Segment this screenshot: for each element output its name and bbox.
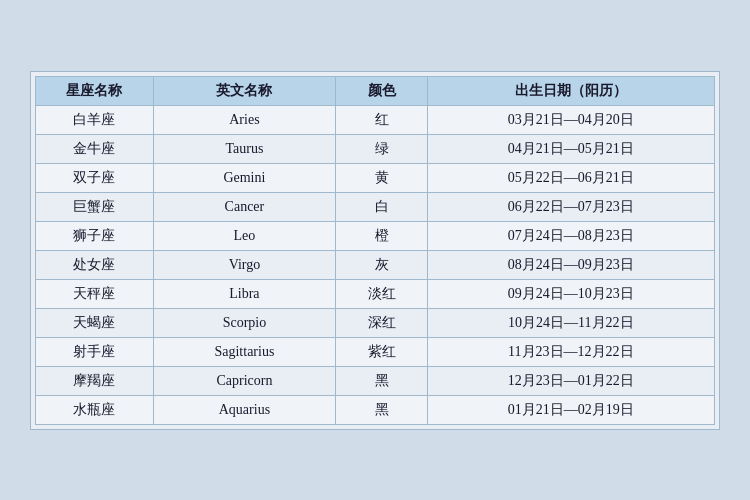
table-row: 白羊座Aries红03月21日—04月20日 <box>36 105 715 134</box>
table-row: 巨蟹座Cancer白06月22日—07月23日 <box>36 192 715 221</box>
cell-color: 黑 <box>336 395 427 424</box>
table-row: 双子座Gemini黄05月22日—06月21日 <box>36 163 715 192</box>
cell-date: 12月23日—01月22日 <box>427 366 714 395</box>
cell-color: 深红 <box>336 308 427 337</box>
header-zh: 星座名称 <box>36 76 154 105</box>
cell-en: Sagittarius <box>153 337 336 366</box>
cell-date: 03月21日—04月20日 <box>427 105 714 134</box>
cell-color: 白 <box>336 192 427 221</box>
cell-date: 04月21日—05月21日 <box>427 134 714 163</box>
cell-color: 黄 <box>336 163 427 192</box>
cell-en: Capricorn <box>153 366 336 395</box>
cell-date: 09月24日—10月23日 <box>427 279 714 308</box>
zodiac-table: 星座名称 英文名称 颜色 出生日期（阳历） 白羊座Aries红03月21日—04… <box>35 76 715 425</box>
header-en: 英文名称 <box>153 76 336 105</box>
table-row: 摩羯座Capricorn黑12月23日—01月22日 <box>36 366 715 395</box>
cell-color: 橙 <box>336 221 427 250</box>
cell-date: 07月24日—08月23日 <box>427 221 714 250</box>
cell-color: 灰 <box>336 250 427 279</box>
table-row: 射手座Sagittarius紫红11月23日—12月22日 <box>36 337 715 366</box>
cell-zh: 狮子座 <box>36 221 154 250</box>
cell-zh: 天蝎座 <box>36 308 154 337</box>
cell-en: Virgo <box>153 250 336 279</box>
cell-color: 紫红 <box>336 337 427 366</box>
cell-zh: 水瓶座 <box>36 395 154 424</box>
cell-date: 11月23日—12月22日 <box>427 337 714 366</box>
cell-zh: 摩羯座 <box>36 366 154 395</box>
cell-zh: 处女座 <box>36 250 154 279</box>
cell-en: Aries <box>153 105 336 134</box>
table-row: 天蝎座Scorpio深红10月24日—11月22日 <box>36 308 715 337</box>
table-header-row: 星座名称 英文名称 颜色 出生日期（阳历） <box>36 76 715 105</box>
header-color: 颜色 <box>336 76 427 105</box>
table-row: 处女座Virgo灰08月24日—09月23日 <box>36 250 715 279</box>
cell-date: 01月21日—02月19日 <box>427 395 714 424</box>
cell-en: Gemini <box>153 163 336 192</box>
table-row: 金牛座Taurus绿04月21日—05月21日 <box>36 134 715 163</box>
table-row: 天秤座Libra淡红09月24日—10月23日 <box>36 279 715 308</box>
cell-zh: 金牛座 <box>36 134 154 163</box>
cell-zh: 巨蟹座 <box>36 192 154 221</box>
cell-color: 淡红 <box>336 279 427 308</box>
cell-en: Taurus <box>153 134 336 163</box>
cell-date: 05月22日—06月21日 <box>427 163 714 192</box>
header-date: 出生日期（阳历） <box>427 76 714 105</box>
cell-en: Libra <box>153 279 336 308</box>
cell-en: Leo <box>153 221 336 250</box>
cell-date: 10月24日—11月22日 <box>427 308 714 337</box>
cell-zh: 双子座 <box>36 163 154 192</box>
table-row: 水瓶座Aquarius黑01月21日—02月19日 <box>36 395 715 424</box>
cell-color: 红 <box>336 105 427 134</box>
cell-en: Scorpio <box>153 308 336 337</box>
cell-zh: 射手座 <box>36 337 154 366</box>
cell-zh: 天秤座 <box>36 279 154 308</box>
cell-en: Aquarius <box>153 395 336 424</box>
cell-color: 黑 <box>336 366 427 395</box>
zodiac-table-container: 星座名称 英文名称 颜色 出生日期（阳历） 白羊座Aries红03月21日—04… <box>30 71 720 430</box>
table-row: 狮子座Leo橙07月24日—08月23日 <box>36 221 715 250</box>
cell-date: 06月22日—07月23日 <box>427 192 714 221</box>
cell-en: Cancer <box>153 192 336 221</box>
cell-date: 08月24日—09月23日 <box>427 250 714 279</box>
cell-color: 绿 <box>336 134 427 163</box>
cell-zh: 白羊座 <box>36 105 154 134</box>
